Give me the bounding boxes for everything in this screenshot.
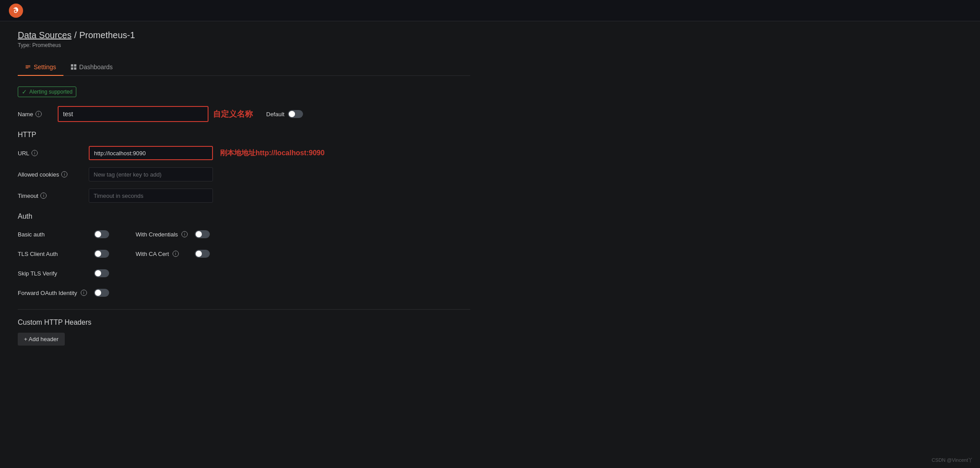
tab-settings[interactable]: Settings (18, 59, 63, 76)
auth-left-column: Basic auth TLS Client Auth Skip TLS Veri… (18, 227, 109, 300)
http-section: HTTP URL i 刚本地地址http://localhost:9090 Al… (18, 131, 470, 204)
auth-grid: Basic auth TLS Client Auth Skip TLS Veri… (18, 227, 470, 300)
svg-rect-2 (71, 67, 73, 70)
check-icon: ✓ (22, 88, 27, 95)
page-container: Data Sources / Prometheus-1 Type: Promet… (0, 21, 488, 354)
skip-tls-verify-row: Skip TLS Verify (18, 266, 109, 281)
timeout-label: Timeout i (18, 193, 89, 199)
svg-rect-3 (74, 67, 76, 70)
allowed-cookies-input[interactable] (89, 167, 213, 181)
breadcrumb: Data Sources / Prometheus-1 (18, 30, 470, 40)
with-ca-cert-toggle[interactable] (195, 250, 210, 258)
page-title: Prometheus-1 (79, 30, 135, 40)
name-input[interactable] (58, 106, 209, 122)
page-subtitle: Type: Prometheus (18, 42, 470, 48)
page-header: Data Sources / Prometheus-1 Type: Promet… (18, 30, 470, 48)
forward-oauth-info-icon[interactable]: i (81, 290, 87, 296)
section-divider (18, 309, 470, 310)
add-header-button[interactable]: + Add header (18, 333, 65, 346)
toggle-knob (289, 111, 295, 117)
basic-auth-toggle[interactable] (94, 230, 109, 238)
with-credentials-row: With Credentials i (136, 227, 210, 242)
url-input[interactable] (89, 146, 213, 160)
with-ca-cert-row: With CA Cert i (136, 246, 210, 261)
auth-section-title: Auth (18, 212, 470, 220)
allowed-cookies-info-icon[interactable]: i (61, 171, 67, 177)
footer-watermark: CSDN @Vincent丫 (932, 457, 973, 464)
with-credentials-label: With Credentials (136, 231, 178, 238)
url-label: URL i (18, 150, 89, 157)
alerting-badge: ✓ Alerting supported (18, 87, 76, 97)
with-credentials-info-icon[interactable]: i (181, 231, 188, 237)
url-info-icon[interactable]: i (31, 150, 38, 156)
top-bar (0, 0, 980, 21)
timeout-info-icon[interactable]: i (40, 193, 47, 199)
url-annotation: 刚本地地址http://localhost:9090 (220, 149, 325, 158)
breadcrumb-separator: / (74, 30, 77, 40)
data-sources-link[interactable]: Data Sources (18, 30, 71, 40)
tab-dashboards[interactable]: Dashboards (63, 59, 120, 76)
custom-headers-title: Custom HTTP Headers (18, 319, 470, 326)
grafana-logo (9, 4, 23, 18)
with-ca-cert-label: With CA Cert (136, 251, 169, 257)
skip-tls-verify-label: Skip TLS Verify (18, 270, 57, 277)
custom-headers-section: Custom HTTP Headers + Add header (18, 319, 470, 346)
with-ca-cert-info-icon[interactable]: i (173, 251, 179, 257)
timeout-row: Timeout i (18, 188, 470, 204)
timeout-input[interactable] (89, 189, 213, 203)
tabs-container: Settings Dashboards (18, 59, 470, 76)
allowed-cookies-row: Allowed cookies i (18, 166, 470, 182)
default-toggle[interactable] (288, 110, 303, 118)
allowed-cookies-label: Allowed cookies i (18, 171, 89, 178)
name-annotation: 自定义名称 (213, 109, 253, 119)
auth-right-column: With Credentials i With CA Cert i (136, 227, 210, 300)
skip-tls-verify-toggle[interactable] (94, 269, 109, 277)
tls-client-auth-label: TLS Client Auth (18, 251, 58, 257)
with-credentials-toggle[interactable] (195, 230, 210, 238)
tls-client-auth-toggle[interactable] (94, 250, 109, 258)
basic-auth-label: Basic auth (18, 231, 45, 238)
auth-section: Auth Basic auth TLS Client Auth (18, 212, 470, 300)
forward-oauth-toggle[interactable] (94, 289, 109, 297)
svg-rect-1 (74, 64, 76, 67)
tls-client-auth-row: TLS Client Auth (18, 246, 109, 261)
basic-auth-row: Basic auth (18, 227, 109, 242)
name-row: Name i 自定义名称 Default (18, 106, 470, 122)
default-row: Default (257, 110, 303, 118)
name-info-icon[interactable]: i (35, 111, 42, 117)
svg-rect-0 (71, 64, 73, 67)
forward-oauth-row: Forward OAuth Identity i (18, 285, 109, 300)
name-label: Name i (18, 111, 53, 118)
forward-oauth-label: Forward OAuth Identity (18, 290, 77, 296)
url-row: URL i 刚本地地址http://localhost:9090 (18, 145, 470, 161)
http-section-title: HTTP (18, 131, 470, 139)
